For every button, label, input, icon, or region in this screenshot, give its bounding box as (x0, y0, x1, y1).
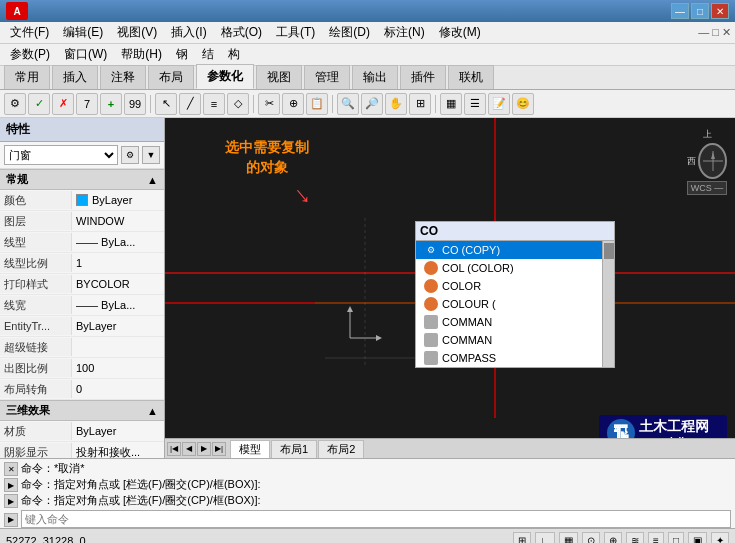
tool-line[interactable]: ╱ (179, 93, 201, 115)
status-btn-tspace[interactable]: □ (668, 532, 684, 544)
prop-value-lineweight[interactable]: —— ByLa... (72, 296, 164, 314)
autocomplete-item-4[interactable]: COMMAN (416, 313, 614, 331)
menu-format[interactable]: 格式(O) (215, 22, 268, 43)
tool-paste[interactable]: 📋 (306, 93, 328, 115)
minimize-button[interactable]: — (671, 3, 689, 19)
prop-value-print-style[interactable]: BYCOLOR (72, 275, 164, 293)
layout-nav-first[interactable]: |◀ (167, 442, 181, 456)
tool-cancel[interactable]: ✗ (52, 93, 74, 115)
tab-layout[interactable]: 布局 (148, 65, 194, 89)
menu-help[interactable]: 帮助(H) (115, 44, 168, 65)
autocomplete-item-5[interactable]: COMMAN (416, 331, 614, 349)
autocomplete-item-3[interactable]: COLOUR ( (416, 295, 614, 313)
close-button[interactable]: ✕ (711, 3, 729, 19)
autocomplete-item-6[interactable]: COMPASS (416, 349, 614, 367)
tool-7[interactable]: 7 (76, 93, 98, 115)
command-input-box[interactable] (21, 510, 731, 528)
tab-view[interactable]: 视图 (256, 65, 302, 89)
section-general[interactable]: 常规 ▲ (0, 169, 164, 190)
tool-num[interactable]: 99 (124, 93, 146, 115)
tool-multiline[interactable]: ≡ (203, 93, 225, 115)
status-btn-lineweight[interactable]: ≡ (648, 532, 664, 544)
maximize-button[interactable]: □ (691, 3, 709, 19)
status-btn-quick[interactable]: ✦ (711, 532, 729, 544)
status-btn-polar[interactable]: ⊙ (582, 532, 600, 544)
layout-nav-prev[interactable]: ◀ (182, 442, 196, 456)
prop-value-plot-scale[interactable]: 100 (72, 359, 164, 377)
menu-frame[interactable]: 构 (222, 44, 246, 65)
menu-params[interactable]: 参数(P) (4, 44, 56, 65)
status-btn-otrack[interactable]: ≋ (626, 532, 644, 544)
menu-modify[interactable]: 修改(M) (433, 22, 487, 43)
prop-material: 材质 ByLayer (0, 421, 164, 442)
menu-insert[interactable]: 插入(I) (165, 22, 212, 43)
dropdown-btn-1[interactable]: ⚙ (121, 146, 139, 164)
prop-value-linetype[interactable]: —— ByLa... (72, 233, 164, 251)
status-btn-osnap[interactable]: ⊕ (604, 532, 622, 544)
tool-poly[interactable]: ◇ (227, 93, 249, 115)
status-btn-model[interactable]: ▣ (688, 532, 707, 544)
tab-plugins[interactable]: 插件 (400, 65, 446, 89)
tool-properties[interactable]: 📝 (488, 93, 510, 115)
object-type-dropdown[interactable]: 门窗 (4, 145, 118, 165)
menu-tools[interactable]: 工具(T) (270, 22, 321, 43)
tool-3d[interactable]: ⊞ (409, 93, 431, 115)
tool-zoom[interactable]: 🔎 (361, 93, 383, 115)
autocomplete-item-1[interactable]: COL (COLOR) (416, 259, 614, 277)
autocomplete-dropdown: CO ⚙ CO (COPY) COL (COLOR) COLOR COLOUR (415, 221, 615, 368)
tab-common[interactable]: 常用 (4, 65, 50, 89)
status-bar: 52272, 31228, 0 ⊞ ∟ ▦ ⊙ ⊕ ≋ ≡ □ ▣ ✦ (0, 528, 735, 543)
layout-nav-last[interactable]: ▶| (212, 442, 226, 456)
menu-dimension[interactable]: 标注(N) (378, 22, 431, 43)
status-btn-grid[interactable]: ⊞ (513, 532, 531, 544)
menu-steel[interactable]: 钢 (170, 44, 194, 65)
tab-manage[interactable]: 管理 (304, 65, 350, 89)
tool-settings[interactable]: ⚙ (4, 93, 26, 115)
layout-nav-next[interactable]: ▶ (197, 442, 211, 456)
tab-annotation[interactable]: 注释 (100, 65, 146, 89)
prop-value-entity-tr[interactable]: ByLayer (72, 317, 164, 335)
tool-ok[interactable]: ✓ (28, 93, 50, 115)
autocomplete-scrollbar[interactable] (602, 241, 614, 367)
tool-sep-1 (150, 95, 151, 113)
layout-tab-model[interactable]: 模型 (230, 440, 270, 458)
command-input-field[interactable] (22, 513, 730, 525)
menu-edit[interactable]: 编辑(E) (57, 22, 109, 43)
tab-online[interactable]: 联机 (448, 65, 494, 89)
prop-value-layer[interactable]: WINDOW (72, 212, 164, 230)
layout-tab-1[interactable]: 布局1 (271, 440, 317, 458)
prompt-icon-input: ▶ (4, 513, 18, 527)
compass-north-label: 上 (687, 128, 727, 141)
tab-parametric[interactable]: 参数化 (196, 64, 254, 89)
tool-smiley[interactable]: 😊 (512, 93, 534, 115)
autocomplete-item-0[interactable]: ⚙ CO (COPY) (416, 241, 614, 259)
tool-copy2[interactable]: ⊕ (282, 93, 304, 115)
layout-tab-2[interactable]: 布局2 (318, 440, 364, 458)
prop-value-linetype-scale[interactable]: 1 (72, 254, 164, 272)
prop-value-shadow[interactable]: 投射和接收... (72, 443, 164, 458)
tool-layers[interactable]: ☰ (464, 93, 486, 115)
prop-value-color[interactable]: ByLayer (72, 191, 164, 209)
tool-search[interactable]: 🔍 (337, 93, 359, 115)
dropdown-btn-2[interactable]: ▼ (142, 146, 160, 164)
prop-value-layout-angle[interactable]: 0 (72, 380, 164, 398)
menu-window[interactable]: 窗口(W) (58, 44, 113, 65)
prop-value-hyperlink[interactable] (72, 338, 164, 356)
menu-view[interactable]: 视图(V) (111, 22, 163, 43)
tool-add[interactable]: + (100, 93, 122, 115)
autocomplete-label-6: COMPASS (442, 352, 496, 364)
menu-structure[interactable]: 结 (196, 44, 220, 65)
menu-file[interactable]: 文件(F) (4, 22, 55, 43)
tool-grid[interactable]: ▦ (440, 93, 462, 115)
prop-value-material[interactable]: ByLayer (72, 422, 164, 440)
tool-cursor[interactable]: ↖ (155, 93, 177, 115)
menu-draw[interactable]: 绘图(D) (323, 22, 376, 43)
section-3d[interactable]: 三维效果 ▲ (0, 400, 164, 421)
tab-output[interactable]: 输出 (352, 65, 398, 89)
status-btn-snap[interactable]: ∟ (535, 532, 555, 544)
tool-hand[interactable]: ✋ (385, 93, 407, 115)
tool-scissors[interactable]: ✂ (258, 93, 280, 115)
status-btn-ortho[interactable]: ▦ (559, 532, 578, 544)
tab-insert[interactable]: 插入 (52, 65, 98, 89)
autocomplete-item-2[interactable]: COLOR (416, 277, 614, 295)
